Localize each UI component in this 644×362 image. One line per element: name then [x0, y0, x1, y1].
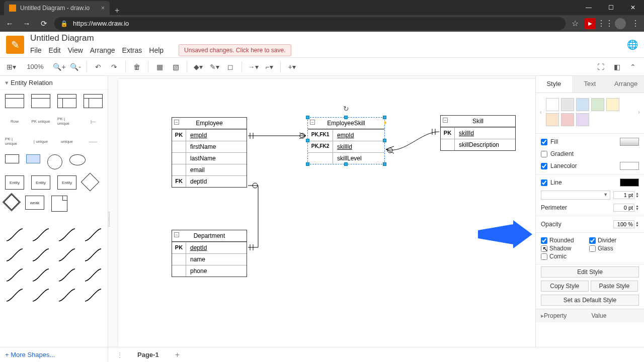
- resize-handle-se[interactable]: [383, 162, 386, 166]
- ext-icon[interactable]: ⋮⋮: [600, 18, 611, 29]
- paste-style-button[interactable]: Paste Style: [591, 281, 638, 292]
- resize-handle-sw[interactable]: [306, 162, 309, 166]
- shape-text2[interactable]: PK | unique: [57, 114, 76, 128]
- shape-relation-line[interactable]: [31, 268, 50, 282]
- collapse-right-button[interactable]: ⌃: [626, 60, 640, 74]
- shape-text7[interactable]: ——: [84, 134, 103, 148]
- shape-text4[interactable]: PK | unique: [5, 134, 24, 148]
- menu-file[interactable]: File: [30, 46, 42, 54]
- to-back-button[interactable]: ▧: [169, 60, 183, 74]
- resize-handle-e[interactable]: [383, 139, 386, 142]
- shape-relation-line[interactable]: [31, 248, 50, 262]
- shape-text3[interactable]: |—: [84, 114, 103, 128]
- window-maximize-icon[interactable]: ☐: [600, 0, 622, 15]
- waypoint-button[interactable]: ⌐▾: [262, 60, 276, 74]
- color-swatch[interactable]: [576, 113, 589, 126]
- shape-circle[interactable]: [47, 154, 62, 169]
- color-swatch[interactable]: [561, 98, 574, 111]
- menu-view[interactable]: View: [68, 46, 83, 54]
- color-swatch[interactable]: [561, 113, 574, 126]
- line-checkbox[interactable]: [541, 179, 547, 186]
- edit-style-button[interactable]: Edit Style: [541, 266, 639, 278]
- forward-button[interactable]: →: [20, 19, 33, 28]
- entity-skill[interactable]: −Skill PKskillId skillDescription: [440, 115, 516, 151]
- shape-table-keys[interactable]: [57, 94, 76, 108]
- shadow-checkbox[interactable]: [541, 245, 547, 252]
- copy-style-button[interactable]: Copy Style: [541, 281, 589, 292]
- fullscreen-button[interactable]: ⛶: [594, 60, 608, 74]
- resize-handle-nw[interactable]: [306, 116, 309, 119]
- window-minimize-icon[interactable]: —: [578, 0, 600, 15]
- line-color-swatch[interactable]: [620, 178, 639, 187]
- shape-entity2[interactable]: Entity: [31, 175, 50, 190]
- shape-note[interactable]: [51, 196, 67, 212]
- tab-text[interactable]: Text: [572, 76, 608, 93]
- lanecolor-checkbox[interactable]: [541, 163, 547, 169]
- shape-table[interactable]: [5, 94, 24, 108]
- color-swatch[interactable]: [591, 98, 604, 111]
- resize-handle-ne[interactable]: [383, 116, 386, 119]
- resize-handle-s[interactable]: [344, 162, 348, 166]
- shape-row-label[interactable]: Row: [5, 114, 24, 128]
- entity-employeeskill[interactable]: ↻ −EmployeeSkill PK,FK1empId PK,FK2skill…: [307, 117, 385, 164]
- color-swatch[interactable]: [546, 113, 559, 126]
- shape-relation-line[interactable]: [57, 228, 76, 242]
- shape-relation-line[interactable]: [84, 248, 103, 262]
- fill-color-button[interactable]: ◆▾: [191, 60, 205, 74]
- set-default-style-button[interactable]: Set as Default Style: [541, 295, 639, 306]
- swatch-next[interactable]: ›: [636, 109, 642, 116]
- shape-text[interactable]: PK unique: [31, 114, 50, 128]
- zoom-level[interactable]: 100%: [20, 63, 50, 70]
- tab-arrange[interactable]: Arrange: [608, 76, 644, 93]
- shape-cloud[interactable]: [69, 154, 86, 165]
- menu-arrange[interactable]: Arrange: [90, 46, 115, 54]
- address-bar[interactable]: 🔒 https://www.draw.io: [54, 17, 566, 30]
- tab-style[interactable]: Style: [536, 76, 572, 93]
- reload-button[interactable]: ⟳: [37, 19, 50, 28]
- more-shapes-button[interactable]: + More Shapes...: [0, 347, 108, 362]
- shape-relation-line[interactable]: [57, 288, 76, 302]
- fill-color-swatch[interactable]: [620, 138, 639, 146]
- shape-table-rows[interactable]: [31, 94, 50, 108]
- page-menu-handle[interactable]: ⋮: [113, 351, 126, 359]
- resize-handle-n[interactable]: [344, 116, 348, 119]
- shape-diamond[interactable]: [81, 173, 100, 192]
- glass-checkbox[interactable]: [589, 245, 596, 252]
- shape-relation-line[interactable]: [5, 268, 24, 282]
- shape-small-rect[interactable]: [5, 154, 19, 163]
- menu-extras[interactable]: Extras: [122, 46, 142, 54]
- opacity-input[interactable]: [613, 220, 634, 228]
- color-swatch[interactable]: [576, 98, 589, 111]
- shape-weak-entity[interactable]: weak: [25, 196, 44, 210]
- divider-checkbox[interactable]: [589, 237, 596, 244]
- profile-avatar[interactable]: [615, 18, 626, 29]
- lanecolor-swatch[interactable]: [620, 162, 639, 170]
- back-button[interactable]: ←: [3, 19, 16, 28]
- color-swatch[interactable]: [606, 98, 619, 111]
- swatch-prev[interactable]: ‹: [538, 109, 544, 116]
- entity-employee[interactable]: −Employee PKempId firstName lastName ema…: [172, 117, 247, 188]
- shape-relation-line[interactable]: [5, 288, 24, 302]
- shape-table-keys2[interactable]: [84, 94, 103, 108]
- shape-blue-rect[interactable]: [26, 154, 40, 163]
- shape-text5[interactable]: | unique: [31, 134, 50, 148]
- to-front-button[interactable]: ▦: [152, 60, 167, 74]
- entity-department[interactable]: −Department PKdeptId name phone: [172, 230, 247, 277]
- page-tab[interactable]: Page-1: [129, 348, 167, 361]
- menu-help[interactable]: Help: [149, 46, 164, 54]
- save-banner[interactable]: Unsaved changes. Click here to save.: [179, 44, 291, 56]
- shape-text6[interactable]: unique: [57, 134, 76, 148]
- shape-entity3[interactable]: Entity: [57, 175, 76, 190]
- palette-title[interactable]: Entity Relation: [0, 76, 108, 90]
- collapse-icon[interactable]: −: [174, 120, 179, 125]
- add-page-button[interactable]: +: [170, 350, 185, 359]
- zoom-out-button[interactable]: 🔍-: [68, 60, 83, 74]
- shape-relation-line[interactable]: [84, 268, 103, 282]
- shape-relation-line[interactable]: [84, 288, 103, 302]
- undo-button[interactable]: ↶: [91, 60, 105, 74]
- shape-relation-line[interactable]: [84, 228, 103, 242]
- window-close-icon[interactable]: ✕: [622, 0, 644, 15]
- shape-entity1[interactable]: Entity: [5, 175, 24, 190]
- comic-checkbox[interactable]: [541, 253, 547, 260]
- shape-relation-line[interactable]: [57, 268, 76, 282]
